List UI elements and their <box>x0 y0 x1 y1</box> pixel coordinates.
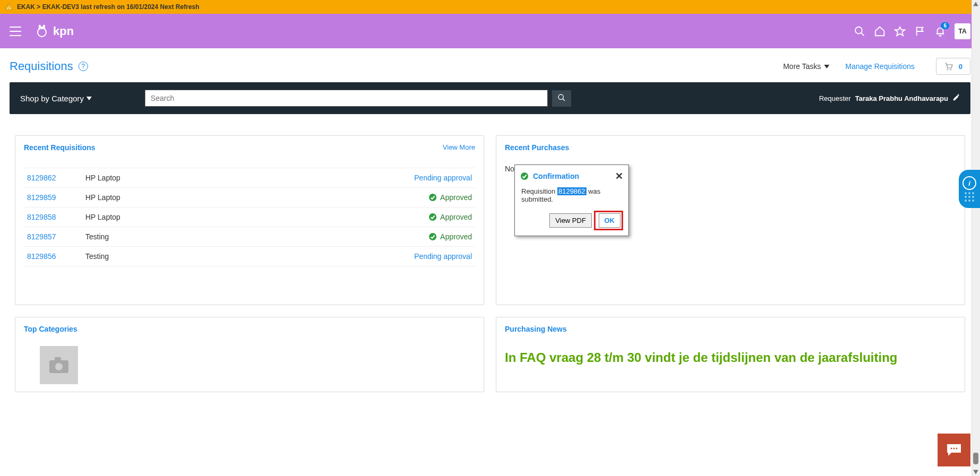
view-pdf-button[interactable]: View PDF <box>549 213 592 228</box>
svg-point-16 <box>950 69 951 70</box>
svg-rect-3 <box>8 5 9 7</box>
more-tasks-label: More Tasks <box>783 62 821 71</box>
requisition-description: Testing <box>82 227 236 247</box>
info-tab-button[interactable]: i <box>959 170 980 208</box>
table-row: 8129858HP LaptopApproved <box>24 207 475 227</box>
notification-count: 6 <box>941 22 949 29</box>
chevron-down-icon <box>824 65 829 68</box>
search-input[interactable] <box>145 90 548 107</box>
app-header: kpn 6 TA <box>0 14 980 48</box>
news-headline: In FAQ vraag 28 t/m 30 vindt je de tijds… <box>505 349 956 366</box>
close-icon[interactable]: ✕ <box>615 170 623 182</box>
svg-point-22 <box>429 213 436 221</box>
shop-by-category-dropdown[interactable]: Shop by Category <box>20 94 92 103</box>
status-badge: Pending approval <box>239 174 472 182</box>
requisition-id-link[interactable]: 8129857 <box>27 232 56 241</box>
chevron-down-icon <box>86 97 92 100</box>
recent-purchases-panel: Recent Purchases No Confirmation ✕ Requi… <box>496 135 965 305</box>
svg-rect-20 <box>957 94 959 96</box>
scroll-up-icon[interactable] <box>973 1 979 7</box>
svg-point-23 <box>429 233 436 240</box>
svg-point-6 <box>39 25 40 26</box>
table-row: 8129862HP LaptopPending approval <box>24 168 475 188</box>
star-icon[interactable] <box>890 21 910 41</box>
svg-point-7 <box>41 27 42 28</box>
requisition-id-link[interactable]: 8129859 <box>27 193 56 202</box>
page-title-text: Requisitions <box>10 59 73 73</box>
svg-marker-17 <box>86 97 92 100</box>
requisition-description: HP Laptop <box>82 168 236 188</box>
svg-line-19 <box>563 99 565 101</box>
home-icon[interactable] <box>870 21 890 41</box>
requisition-id-link[interactable]: 8129858 <box>27 213 56 221</box>
svg-point-27 <box>55 363 63 370</box>
confirmation-dialog: Confirmation ✕ Requisition 8129862 was s… <box>514 165 629 236</box>
ok-highlight: OK <box>594 211 624 230</box>
edit-requester-button[interactable] <box>952 94 960 103</box>
table-row: 8129857TestingApproved <box>24 227 475 247</box>
svg-point-9 <box>855 27 862 33</box>
requisition-description: Testing <box>82 247 236 266</box>
flag-icon[interactable] <box>910 21 930 41</box>
check-icon <box>428 232 437 241</box>
requisition-id-link[interactable]: 8129862 <box>27 174 56 182</box>
environment-banner: EKAK > EKAK-DEV3 last refresh on 16/01/2… <box>0 0 980 14</box>
environment-banner-text: EKAK > EKAK-DEV3 last refresh on 16/01/2… <box>17 3 199 11</box>
cart-count: 0 <box>959 63 962 71</box>
requester-label: Requester <box>819 94 851 102</box>
svg-marker-0 <box>973 2 978 6</box>
more-tasks-dropdown[interactable]: More Tasks <box>783 62 829 71</box>
check-icon <box>428 213 437 221</box>
svg-rect-4 <box>8 8 9 8</box>
search-icon <box>557 93 566 102</box>
search-icon[interactable] <box>850 21 870 41</box>
ok-button[interactable]: OK <box>599 213 621 228</box>
page-title: Requisitions ? <box>10 59 88 73</box>
cart-icon <box>944 62 953 71</box>
svg-point-18 <box>558 94 563 99</box>
avatar[interactable]: TA <box>955 23 970 39</box>
svg-marker-14 <box>824 65 829 68</box>
page-subheader: Requisitions ? More Tasks Manage Requisi… <box>0 48 980 82</box>
brand-name: kpn <box>53 24 74 38</box>
table-row: 8129859HP LaptopApproved <box>24 188 475 207</box>
view-more-link[interactable]: View More <box>443 143 475 151</box>
recent-requisitions-panel: Recent Requisitions View More 8129862HP … <box>15 135 484 305</box>
purchasing-news-panel: Purchasing News In FAQ vraag 28 t/m 30 v… <box>496 317 965 392</box>
camera-icon <box>48 356 69 374</box>
category-placeholder[interactable] <box>40 346 78 384</box>
check-icon <box>428 193 437 202</box>
top-categories-panel: Top Categories <box>15 317 484 392</box>
menu-icon[interactable] <box>10 27 21 36</box>
crown-icon <box>34 23 50 39</box>
brand-logo[interactable]: kpn <box>34 23 74 39</box>
shop-by-category-label: Shop by Category <box>20 94 84 103</box>
shop-bar: Shop by Category Requester Taraka Prabhu… <box>10 82 970 114</box>
search-button[interactable] <box>552 90 571 107</box>
svg-marker-11 <box>895 27 905 36</box>
cart-button[interactable]: 0 <box>936 58 970 75</box>
requisitions-table: 8129862HP LaptopPending approval8129859H… <box>24 168 475 266</box>
dialog-req-id: 8129862 <box>557 187 587 195</box>
help-icon[interactable]: ? <box>78 62 88 71</box>
bell-icon[interactable]: 6 <box>930 21 950 41</box>
svg-rect-26 <box>55 357 61 361</box>
requisition-description: HP Laptop <box>82 188 236 207</box>
manage-requisitions-link[interactable]: Manage Requisitions <box>845 62 915 71</box>
svg-point-21 <box>429 194 436 201</box>
status-badge: Approved <box>239 213 472 221</box>
top-categories-title: Top Categories <box>24 325 475 333</box>
dialog-title: Confirmation <box>533 172 615 180</box>
status-badge: Approved <box>239 232 472 241</box>
dialog-msg-prefix: Requisition <box>521 187 557 195</box>
requisition-id-link[interactable]: 8129856 <box>27 252 56 261</box>
status-badge: Approved <box>239 193 472 202</box>
purchasing-news-title: Purchasing News <box>505 325 956 333</box>
svg-point-8 <box>43 25 45 26</box>
svg-point-24 <box>521 172 528 180</box>
dialpad-icon <box>965 192 974 202</box>
svg-point-15 <box>947 69 948 70</box>
requisition-description: HP Laptop <box>82 207 236 227</box>
svg-line-10 <box>861 32 864 36</box>
table-row: 8129856TestingPending approval <box>24 247 475 266</box>
